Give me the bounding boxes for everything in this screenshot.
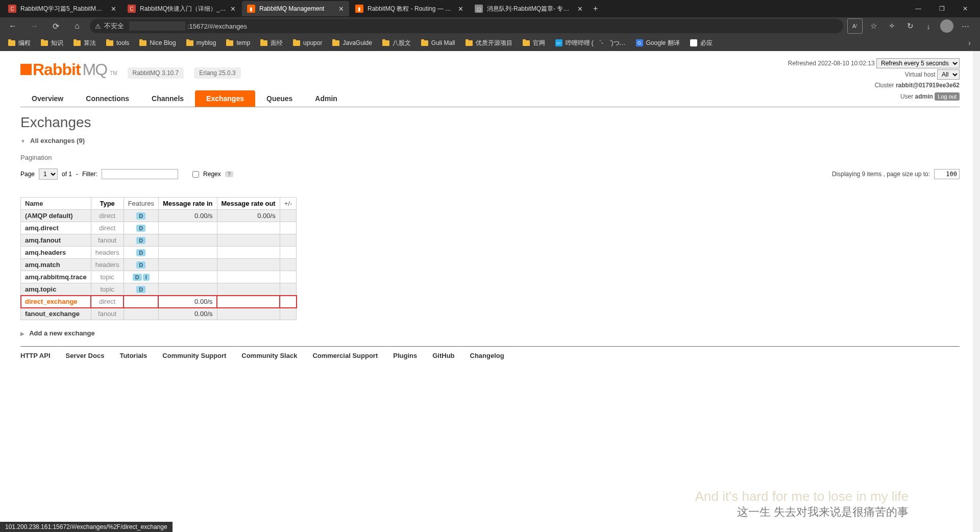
tab-close-icon[interactable]: ✕ bbox=[338, 5, 344, 13]
logo-mark: Rabbit bbox=[20, 60, 81, 79]
footer-link[interactable]: Server Docs bbox=[66, 352, 105, 359]
new-tab-button[interactable]: + bbox=[589, 2, 602, 15]
exchange-name-link[interactable]: amq.topic bbox=[21, 283, 91, 296]
plus-minus-cell[interactable] bbox=[280, 271, 297, 283]
footer-link[interactable]: Changelog bbox=[470, 352, 504, 359]
bookmark-folder[interactable]: 优质开源项目 bbox=[461, 37, 517, 50]
footer-link[interactable]: HTTP API bbox=[20, 352, 51, 359]
bookmark-folder[interactable]: 官网 bbox=[519, 37, 549, 50]
nav-tab-exchanges[interactable]: Exchanges bbox=[195, 90, 255, 107]
maximize-button[interactable]: ❐ bbox=[930, 1, 953, 16]
footer-link[interactable]: GitHub bbox=[432, 352, 454, 359]
extensions-icon[interactable]: ✧ bbox=[884, 18, 899, 34]
table-row: (AMQP default) direct D 0.00/s 0.00/s bbox=[21, 210, 297, 222]
feature-badge: D bbox=[136, 286, 145, 293]
bookmark-folder[interactable]: 编程 bbox=[4, 37, 35, 50]
regex-checkbox[interactable] bbox=[192, 171, 199, 178]
nav-tab-connections[interactable]: Connections bbox=[75, 90, 140, 107]
minimize-button[interactable]: — bbox=[906, 1, 930, 16]
bookmarks-overflow-button[interactable]: › bbox=[963, 37, 976, 49]
th-name[interactable]: Name bbox=[21, 198, 91, 210]
vhost-select[interactable]: All bbox=[937, 69, 960, 80]
th-rate-out[interactable]: Message rate out bbox=[217, 198, 280, 210]
refresh-interval-select[interactable]: Refresh every 5 seconds bbox=[876, 58, 960, 68]
filter-input[interactable] bbox=[102, 169, 178, 179]
browser-tab[interactable]: CRabbitMQ快速入门（详细）_ka…✕ bbox=[122, 1, 241, 16]
browser-tab[interactable]: ▮RabbitMQ 教程 - Routing — Rab…✕ bbox=[350, 1, 469, 16]
favorites-icon[interactable]: ☆ bbox=[866, 18, 881, 34]
tab-close-icon[interactable]: ✕ bbox=[230, 5, 236, 13]
nav-back-button[interactable]: ← bbox=[4, 18, 21, 34]
bookmark-folder[interactable]: 算法 bbox=[69, 37, 100, 50]
tab-close-icon[interactable]: ✕ bbox=[111, 5, 116, 13]
bookmark-folder[interactable]: temp bbox=[222, 37, 254, 49]
plus-minus-cell[interactable] bbox=[280, 222, 297, 234]
bookmark-folder[interactable]: 八股文 bbox=[378, 37, 415, 50]
bookmark-link[interactable]: GGoogle 翻译 bbox=[632, 37, 684, 50]
downloads-icon[interactable]: ↓ bbox=[921, 18, 936, 34]
bookmark-folder[interactable]: JavaGuide bbox=[328, 37, 376, 49]
bookmark-link[interactable]: ▭哔哩哔哩 ( ゜- ゜)つ… bbox=[551, 37, 630, 50]
bookmark-folder[interactable]: upupor bbox=[289, 37, 326, 49]
logout-button[interactable]: Log out bbox=[935, 92, 960, 101]
read-aloud-icon[interactable]: A⁾ bbox=[847, 18, 863, 34]
browser-tab[interactable]: CRabbitMQ学习篇5_RabbitMQ整…✕ bbox=[3, 1, 121, 16]
nav-tab-overview[interactable]: Overview bbox=[20, 90, 75, 107]
footer-link[interactable]: Commercial Support bbox=[312, 352, 378, 359]
plus-minus-cell[interactable] bbox=[280, 308, 297, 320]
footer-link[interactable]: Plugins bbox=[393, 352, 417, 359]
regex-help-icon[interactable]: ? bbox=[225, 171, 233, 177]
url-field[interactable]: ⚠ 不安全 :15672/#/exchanges bbox=[90, 19, 843, 33]
tab-close-icon[interactable]: ✕ bbox=[458, 5, 463, 13]
browser-tab[interactable]: ▮RabbitMQ Management✕ bbox=[242, 1, 349, 16]
add-exchange-toggle[interactable]: ▶ Add a new exchange bbox=[20, 329, 960, 337]
page-size-input[interactable] bbox=[934, 169, 960, 179]
page-scrollbar[interactable] bbox=[973, 51, 980, 532]
exchange-name-link[interactable]: fanout_exchange bbox=[21, 308, 91, 320]
nav-tab-queues[interactable]: Queues bbox=[255, 90, 304, 107]
exchange-name-link[interactable]: amq.rabbitmq.trace bbox=[21, 271, 91, 283]
th-plus-minus[interactable]: +/- bbox=[280, 198, 297, 210]
exchange-name-link[interactable]: amq.direct bbox=[21, 222, 91, 234]
profile-avatar[interactable] bbox=[939, 18, 954, 34]
exchange-type: topic bbox=[91, 283, 124, 296]
th-rate-in[interactable]: Message rate in bbox=[158, 198, 217, 210]
footer-link[interactable]: Community Slack bbox=[241, 352, 297, 359]
footer-link[interactable]: Community Support bbox=[162, 352, 226, 359]
plus-minus-cell[interactable] bbox=[280, 247, 297, 259]
exchange-name-link[interactable]: amq.headers bbox=[21, 247, 91, 259]
close-button[interactable]: ✕ bbox=[953, 1, 977, 16]
exchange-name-link[interactable]: amq.fanout bbox=[21, 234, 91, 247]
bookmark-folder[interactable]: Guli Mall bbox=[417, 37, 459, 49]
exchange-name-link[interactable]: direct_exchange bbox=[21, 296, 91, 308]
browser-tab[interactable]: ◻消息队列-RabbitMQ篇章- 专栏 -…✕ bbox=[470, 1, 588, 16]
plus-minus-cell[interactable] bbox=[280, 234, 297, 247]
rate-in: 0.00/s bbox=[158, 296, 217, 308]
plus-minus-cell[interactable] bbox=[280, 296, 297, 308]
bookmark-folder[interactable]: 面经 bbox=[256, 37, 287, 50]
page-select[interactable]: 1 bbox=[39, 168, 58, 180]
exchange-name-link[interactable]: amq.match bbox=[21, 259, 91, 271]
exchange-features: D bbox=[124, 259, 158, 271]
plus-minus-cell[interactable] bbox=[280, 283, 297, 296]
bookmark-folder[interactable]: tools bbox=[102, 37, 133, 49]
nav-forward-button[interactable]: → bbox=[26, 18, 43, 34]
bookmark-link[interactable]: □必应 bbox=[686, 37, 717, 50]
bookmark-folder[interactable]: Nice Blog bbox=[135, 37, 180, 49]
plus-minus-cell[interactable] bbox=[280, 210, 297, 222]
exchange-name-link[interactable]: (AMQP default) bbox=[21, 210, 91, 222]
bookmark-folder[interactable]: 知识 bbox=[37, 37, 67, 50]
nav-refresh-button[interactable]: ⟳ bbox=[47, 18, 64, 34]
tab-close-icon[interactable]: ✕ bbox=[577, 5, 583, 13]
bookmark-folder[interactable]: myblog bbox=[182, 37, 220, 49]
nav-tab-admin[interactable]: Admin bbox=[304, 90, 349, 107]
plus-minus-cell[interactable] bbox=[280, 259, 297, 271]
th-type[interactable]: Type bbox=[91, 198, 124, 210]
url-host-masked bbox=[129, 21, 185, 31]
nav-home-button[interactable]: ⌂ bbox=[68, 18, 86, 34]
footer-link[interactable]: Tutorials bbox=[119, 352, 147, 359]
nav-tab-channels[interactable]: Channels bbox=[140, 90, 195, 107]
more-menu-icon[interactable]: ⋯ bbox=[958, 18, 973, 34]
all-exchanges-toggle[interactable]: ▼ All exchanges (9) bbox=[20, 135, 960, 150]
history-icon[interactable]: ↻ bbox=[902, 18, 918, 34]
